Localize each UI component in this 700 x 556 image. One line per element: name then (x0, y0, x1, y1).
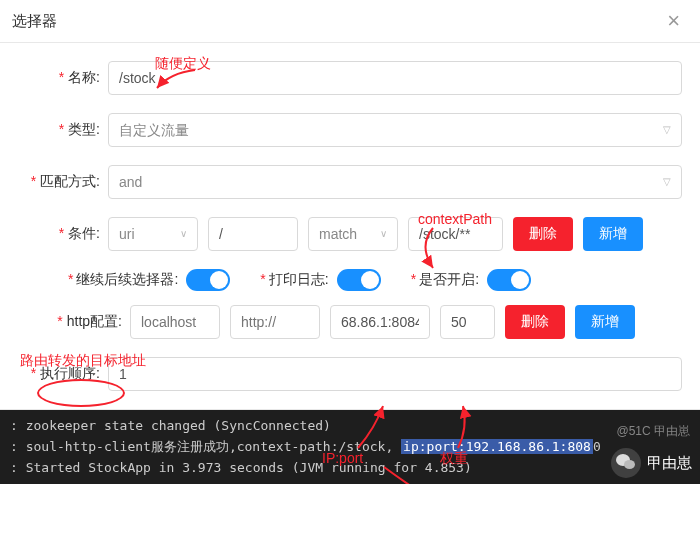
close-icon[interactable]: × (667, 10, 680, 32)
cond-match-value: match (319, 224, 357, 244)
http-proto-input[interactable] (230, 305, 320, 339)
chevron-down-icon: ∨ (180, 224, 187, 244)
name-label: 名称: (18, 69, 108, 87)
console-line: : zookeeper state changed (SyncConnected… (10, 416, 690, 437)
chevron-down-icon: ▽ (663, 172, 671, 192)
http-weight-input[interactable] (440, 305, 495, 339)
modal-title: 选择器 (12, 12, 57, 31)
cond-match-select[interactable]: match ∨ (308, 217, 398, 251)
footer-logo: 甲由崽 (611, 448, 692, 478)
modal-header: 选择器 × (0, 0, 700, 43)
add-http-button[interactable]: 新增 (575, 305, 635, 339)
row-order: 执行顺序: (18, 357, 682, 391)
name-input[interactable] (108, 61, 682, 95)
toggle-log: 打印日志: (260, 269, 380, 291)
continue-toggle[interactable] (186, 269, 230, 291)
type-select-value: 自定义流量 (119, 120, 189, 140)
cond-field-select[interactable]: uri ∨ (108, 217, 198, 251)
delete-condition-button[interactable]: 删除 (513, 217, 573, 251)
http-ipport-input[interactable] (330, 305, 430, 339)
wechat-icon (611, 448, 641, 478)
chevron-down-icon: ▽ (663, 120, 671, 140)
console-line: : soul-http-client服务注册成功,context-path:/s… (10, 437, 690, 458)
log-label: 打印日志: (260, 271, 328, 289)
toggle-open: 是否开启: (411, 269, 531, 291)
log-toggle[interactable] (337, 269, 381, 291)
add-condition-button[interactable]: 新增 (583, 217, 643, 251)
watermark: @51C 甲由崽 (616, 423, 690, 440)
footer-author: 甲由崽 (647, 454, 692, 473)
delete-http-button[interactable]: 删除 (505, 305, 565, 339)
row-type: 类型: 自定义流量 ▽ (18, 113, 682, 147)
http-label: http配置: (18, 313, 130, 331)
cond-operator-input[interactable] (208, 217, 298, 251)
row-name: 名称: (18, 61, 682, 95)
continue-label: 继续后续选择器: (68, 271, 178, 289)
order-input[interactable] (108, 357, 682, 391)
row-toggles: 继续后续选择器: 打印日志: 是否开启: (18, 269, 682, 291)
console-highlight: ip:port:192.168.86.1:808 (401, 439, 593, 454)
console-line: : Started StockApp in 3.973 seconds (JVM… (10, 458, 690, 479)
http-host-input[interactable] (130, 305, 220, 339)
row-match: 匹配方式: and ▽ (18, 165, 682, 199)
row-condition: 条件: uri ∨ match ∨ 删除 新增 (18, 217, 682, 251)
cond-value-input[interactable] (408, 217, 503, 251)
type-select[interactable]: 自定义流量 ▽ (108, 113, 682, 147)
match-select[interactable]: and ▽ (108, 165, 682, 199)
open-label: 是否开启: (411, 271, 479, 289)
type-label: 类型: (18, 121, 108, 139)
selector-modal: 选择器 × 名称: 类型: 自定义流量 ▽ 匹配方式: and ▽ 条件: (0, 0, 700, 410)
cond-field-value: uri (119, 224, 135, 244)
open-toggle[interactable] (487, 269, 531, 291)
order-label: 执行顺序: (18, 365, 108, 383)
match-select-value: and (119, 172, 142, 192)
console-output: : zookeeper state changed (SyncConnected… (0, 410, 700, 484)
chevron-down-icon: ∨ (380, 224, 387, 244)
row-http: http配置: 删除 新增 (18, 305, 682, 339)
modal-body: 名称: 类型: 自定义流量 ▽ 匹配方式: and ▽ 条件: uri ∨ (0, 43, 700, 409)
match-label: 匹配方式: (18, 173, 108, 191)
cond-label: 条件: (18, 225, 108, 243)
toggle-continue: 继续后续选择器: (68, 269, 230, 291)
